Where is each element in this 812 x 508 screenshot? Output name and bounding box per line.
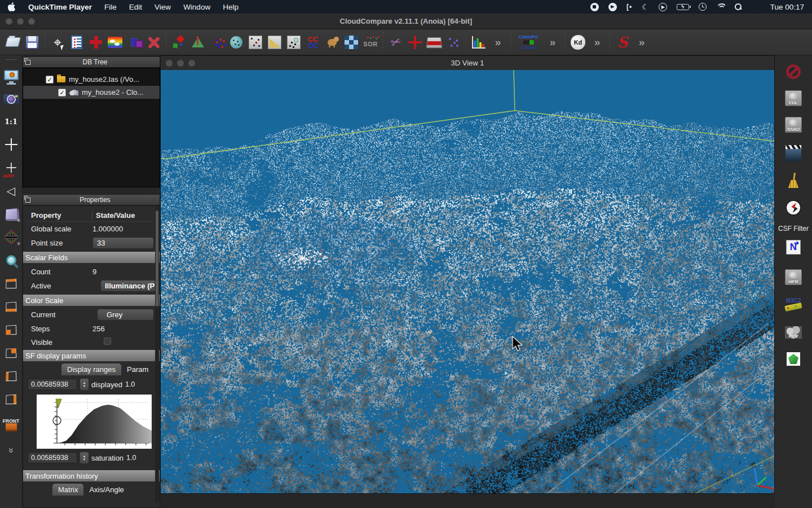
displayed-max-input[interactable]: 1.0 xyxy=(125,380,135,388)
visibility-checkbox[interactable]: ✓ xyxy=(46,76,54,84)
kd-overflow-button[interactable]: » xyxy=(588,32,607,52)
menubar-clock[interactable]: Tue 00:17 xyxy=(770,3,804,11)
hpr-plugin-button[interactable]: HPR xyxy=(781,268,806,287)
auto-pivot-button[interactable]: auto xyxy=(2,159,20,176)
db-tree-body[interactable]: ✓ my_house2.las (/Vo... ✓ my_house2 - Cl… xyxy=(23,68,160,187)
spinner-buttons[interactable]: ▲▼ xyxy=(80,379,89,390)
previous-view-button[interactable]: ◁ xyxy=(2,182,20,199)
compass-plugin-button[interactable] xyxy=(781,198,806,217)
time-machine-icon[interactable] xyxy=(699,3,707,11)
canupo-overflow-button[interactable]: » xyxy=(543,32,562,52)
kd-tree-plugin-button[interactable]: Kd xyxy=(568,32,588,52)
disable-filter-button[interactable] xyxy=(781,62,806,81)
visible-checkbox[interactable] xyxy=(104,338,111,345)
ssao-shader-button[interactable]: SSAO xyxy=(781,115,806,134)
visibility-checkbox[interactable]: ✓ xyxy=(58,89,66,97)
menu-edit[interactable]: Edit xyxy=(129,3,142,11)
closest-point-button[interactable] xyxy=(284,32,303,52)
add-entity-button[interactable] xyxy=(86,32,105,52)
spin-down-icon[interactable]: ▼ xyxy=(83,458,86,461)
segment-button[interactable]: ✂ xyxy=(386,32,405,52)
register-clouds-button[interactable] xyxy=(169,32,188,52)
menu-help[interactable]: Help xyxy=(223,3,239,11)
one-password-icon[interactable]: [• xyxy=(626,3,632,11)
animation-plugin-button[interactable] xyxy=(781,145,806,164)
sf-histogram[interactable] xyxy=(37,395,152,449)
compute-normals-button[interactable] xyxy=(188,32,208,52)
point-picking-button[interactable]: ⌖ xyxy=(48,32,67,52)
screen-recording-stop-icon[interactable] xyxy=(590,3,599,11)
spinner-buttons[interactable]: ▲▼ xyxy=(80,452,89,463)
tree-item-label[interactable]: my_house2 - Clo... xyxy=(82,88,143,97)
zoom-fit-button[interactable] xyxy=(2,252,20,269)
wifi-icon[interactable] xyxy=(716,3,725,10)
screenshot-button[interactable] xyxy=(2,90,20,107)
tree-item-cloud[interactable]: ✓ my_house2 - Clo... xyxy=(23,86,160,99)
toolbar-overflow-button[interactable]: » xyxy=(488,32,508,52)
view-front-button[interactable] xyxy=(2,321,20,338)
tab-parameters[interactable]: Param xyxy=(121,364,154,375)
view-front-iso-button[interactable]: FRONT xyxy=(2,414,20,435)
sample-points-button[interactable] xyxy=(227,32,246,52)
menu-file[interactable]: File xyxy=(104,3,117,11)
cloud-mesh-distance-button[interactable] xyxy=(265,32,284,52)
animal-plugin-button[interactable] xyxy=(323,32,342,52)
tree-item-label[interactable]: my_house2.las (/Vo... xyxy=(69,75,139,84)
apple-menu-icon[interactable] xyxy=(8,2,16,11)
rotation-center-button[interactable]: » xyxy=(2,229,20,246)
point-size-dropdown[interactable]: 33 xyxy=(92,237,154,249)
cross-section-button[interactable] xyxy=(425,32,444,52)
properties-scrollbar[interactable] xyxy=(155,207,159,502)
save-button[interactable] xyxy=(23,32,42,52)
canupo-plugin-button[interactable]: CANUPOCreate xyxy=(514,32,543,52)
tab-matrix[interactable]: Matrix xyxy=(52,484,83,496)
zoom-1-1-button[interactable]: 1:1 xyxy=(2,113,20,130)
spin-down-icon[interactable]: ▼ xyxy=(83,384,86,388)
sor-filter-button[interactable]: SOR xyxy=(361,32,380,52)
compare-clouds-button[interactable]: CCCC xyxy=(303,32,323,52)
scrollbar-thumb[interactable] xyxy=(156,211,158,306)
view-back-button[interactable] xyxy=(2,344,20,361)
menubar-app-name[interactable]: QuickTime Player xyxy=(28,3,92,11)
clean-plugin-button[interactable] xyxy=(781,172,806,191)
pcv-plugin-button[interactable]: PCV xyxy=(781,323,806,342)
facets-overflow-button[interactable]: » xyxy=(632,32,651,52)
telegram-icon[interactable] xyxy=(608,3,617,11)
histogram-button[interactable] xyxy=(469,32,488,52)
3d-view-titlebar[interactable]: 3D View 1 xyxy=(161,56,774,70)
poisson-plugin-button[interactable] xyxy=(781,349,806,369)
window-close-button[interactable] xyxy=(6,18,12,25)
facets-plugin-button[interactable]: S xyxy=(613,32,632,52)
set-colors-button[interactable] xyxy=(105,32,125,52)
subsample-button[interactable] xyxy=(208,32,227,52)
undock-panel-icon[interactable] xyxy=(25,198,30,203)
undock-panel-icon[interactable] xyxy=(25,60,30,65)
properties-list-button[interactable] xyxy=(67,32,86,52)
normals-plugin-button[interactable]: N➔ xyxy=(781,238,806,257)
more-views-button[interactable]: » xyxy=(2,441,20,458)
view-right-button[interactable] xyxy=(2,391,20,408)
edl-shader-button[interactable]: EDL xyxy=(781,89,806,108)
csf-filter-label[interactable]: CSF Filter xyxy=(778,225,809,233)
view-top-button[interactable] xyxy=(2,275,20,292)
menu-view[interactable]: View xyxy=(155,3,171,11)
cloud-cloud-distance-button[interactable] xyxy=(246,32,265,52)
3d-viewport[interactable] xyxy=(161,70,774,493)
connected-components-button[interactable] xyxy=(444,32,463,52)
battery-icon[interactable]: ϟ xyxy=(677,4,689,10)
tree-item-file[interactable]: ✓ my_house2.las (/Vo... xyxy=(23,73,160,86)
control-center-icon[interactable] xyxy=(752,4,761,10)
db-tree-header[interactable]: DB Tree xyxy=(23,56,160,68)
menu-window[interactable]: Window xyxy=(183,3,210,11)
color-scale-dropdown[interactable]: Grey xyxy=(97,309,154,321)
delete-button[interactable] xyxy=(144,32,163,52)
display-settings-button[interactable] xyxy=(2,67,20,84)
active-sf-dropdown[interactable]: Illuminance (P xyxy=(100,280,159,292)
perspective-button[interactable]: » xyxy=(2,205,20,222)
playback-icon[interactable]: ▶ xyxy=(659,3,667,11)
tab-axis-angle[interactable]: Axis/Angle xyxy=(83,484,129,496)
clone-button[interactable] xyxy=(125,32,144,52)
properties-header[interactable]: Properties xyxy=(23,194,160,205)
translate-rotate-button[interactable] xyxy=(405,32,425,52)
m3c2-plugin-button[interactable]: M3C2 xyxy=(781,294,806,313)
